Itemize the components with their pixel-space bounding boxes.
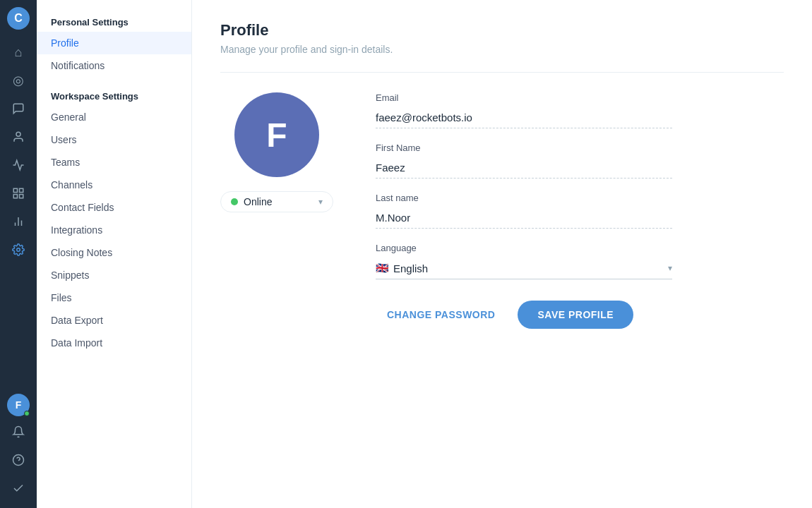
profile-avatar[interactable]: F [234,92,319,177]
first-name-label: First Name [376,143,672,153]
status-dropdown-inner: Online [231,196,272,207]
language-group: Language 🇬🇧 English ▾ [376,243,672,279]
email-label: Email [376,92,672,103]
main-content: Profile Manage your profile and sign-in … [192,0,812,508]
profile-section: F Online ▾ Email First Name Last name [220,92,784,329]
page-title: Profile [220,21,784,40]
nav-item-profile[interactable]: Profile [37,32,191,54]
form-column: Email First Name Last name Language 🇬🇧 E… [376,92,672,329]
page-subtitle: Manage your profile and sign-in details. [220,44,784,55]
graph-nav-icon[interactable] [6,152,31,178]
status-chevron-icon: ▾ [318,197,323,207]
nav-item-contact-fields[interactable]: Contact Fields [37,196,191,219]
settings-nav-icon[interactable] [6,237,31,262]
personal-settings-title: Personal Settings [37,11,191,32]
reports-nav-icon[interactable] [6,209,31,234]
nav-item-files[interactable]: Files [37,286,191,309]
bottom-icons: F [6,394,31,501]
svg-rect-2 [20,188,23,192]
nav-item-closing-notes[interactable]: Closing Notes [37,241,191,264]
nav-item-teams[interactable]: Teams [37,151,191,174]
svg-rect-1 [13,188,17,192]
nav-item-data-export[interactable]: Data Export [37,309,191,332]
change-password-button[interactable]: CHANGE PASSWORD [376,302,506,327]
avatar-column: F Online ▾ [220,92,333,212]
svg-rect-3 [20,195,23,198]
language-label: Language [376,243,672,253]
language-select-inner: 🇬🇧 English [376,262,428,274]
status-dropdown[interactable]: Online ▾ [220,191,333,212]
nav-item-data-import[interactable]: Data Import [37,332,191,354]
user-avatar-icon[interactable]: F [7,394,30,416]
language-chevron-icon: ▾ [668,263,672,273]
nav-item-general[interactable]: General [37,106,191,128]
nav-item-notifications[interactable]: Notifications [37,54,191,77]
status-label: Online [244,196,272,207]
last-name-label: Last name [376,193,672,203]
chart-nav-icon[interactable]: ◎ [6,68,31,93]
svg-rect-4 [13,195,17,198]
chat-nav-icon[interactable] [6,96,31,121]
status-online-dot [231,198,238,205]
buttons-row: CHANGE PASSWORD SAVE PROFILE [376,301,672,329]
language-select[interactable]: 🇬🇧 English ▾ [376,258,672,279]
online-status-dot [24,411,30,416]
nav-item-channels[interactable]: Channels [37,174,191,196]
nav-item-users[interactable]: Users [37,128,191,151]
language-flag-icon: 🇬🇧 [376,262,389,274]
language-value: English [393,262,428,274]
svg-point-0 [16,132,20,136]
save-profile-button[interactable]: SAVE PROFILE [518,301,633,329]
first-name-input[interactable] [376,157,672,179]
icon-sidebar: C ⌂ ◎ F [0,0,37,508]
email-group: Email [376,92,672,128]
org-nav-icon[interactable] [6,181,31,206]
email-input[interactable] [376,107,672,128]
nav-item-snippets[interactable]: Snippets [37,264,191,286]
help-nav-icon[interactable] [6,447,31,473]
last-name-group: Last name [376,193,672,229]
checkmark-nav-icon[interactable] [6,476,31,501]
first-name-group: First Name [376,143,672,179]
app-logo[interactable]: C [7,7,30,30]
home-nav-icon[interactable]: ⌂ [6,40,31,65]
svg-point-8 [17,248,20,252]
last-name-input[interactable] [376,207,672,229]
page-divider [220,72,784,73]
nav-item-integrations[interactable]: Integrations [37,219,191,241]
workspace-settings-title: Workspace Settings [37,85,191,106]
contacts-nav-icon[interactable] [6,124,31,150]
nav-sidebar: Personal Settings Profile Notifications … [37,0,192,508]
bell-nav-icon[interactable] [6,419,31,445]
